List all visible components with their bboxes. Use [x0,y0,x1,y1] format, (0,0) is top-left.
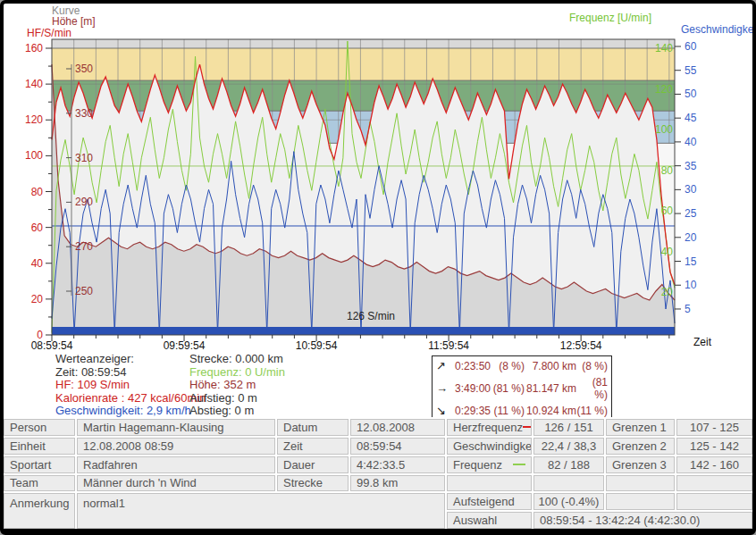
einheit-label: Einheit [4,438,75,455]
grenzen1-value: 107 - 125 [676,419,752,436]
axis-tick-label: 30 [685,183,697,196]
empty-cell [676,475,752,492]
axis-tick-label: 40 [31,257,44,270]
empty-cell [606,493,675,510]
frequenz-value: 82 / 188 [533,456,604,473]
flat-time: 3:49:00 [449,382,491,395]
axis-tick-label: 10 [685,279,697,291]
time-axis-title: Zeit [693,336,711,348]
person-label: Person [4,419,75,436]
grenzen3-label: Grenzen 3 [606,456,675,473]
axis-tick-label: 40 [685,136,697,148]
axis-tick-label: 10:59:54 [296,339,338,352]
datum-label: Datum [277,419,349,436]
axis-tick-label: 12:59:54 [560,339,602,352]
herzfrequenz-value: 126 / 151 [533,419,604,436]
cursor-descent: Abstieg: 0 m [189,405,285,418]
axis-tick-label: 08:59:54 [31,339,73,352]
axis-tick-label: 20 [685,231,697,244]
cursor-distance: Strecke: 0.000 km [189,353,285,366]
axis-tick-label: 120 [655,83,673,96]
axis-tick-label: 60 [685,40,697,53]
sportart-value: Radfahren [77,456,275,473]
axis-tick-label: 140 [25,78,43,90]
axis-tick-label: 20 [31,293,44,305]
cursor-cadence: Frequenz: 0 U/min [189,366,285,380]
empty-cell [447,475,532,492]
training-analysis-window: 2502702903103303502040608010012014002040… [0,0,756,535]
auswahl-label: Auswahl [447,512,532,529]
axis-tick-label: 80 [31,186,44,198]
cursor-speed: Geschwindigkeit: 2,9 km/h [55,405,206,418]
empty-cell [676,493,752,510]
axis-tick-label: 140 [655,42,673,54]
zeit-value: 08:59:54 [350,438,445,455]
dauer-value: 4:42:33.5 [350,456,445,473]
heart-rate-legend-dash-icon [523,426,532,428]
cursor-altitude: Höhe: 352 m [189,379,285,392]
axis-tick-label: 5 [685,303,691,315]
axis-tick-label: 60 [31,222,44,234]
auswahl-value: 08:59:54 - 13:42:24 (4:42:30.0) [533,512,752,529]
descent-time: 0:29:35 [449,405,491,417]
flat-distance: 81.147 km [525,382,576,395]
gradient-stats-box: ↗ 0:23:50 (8 %) 7.800 km (8 %) → 3:49:00… [432,355,612,421]
strecke-value: 99.8 km [350,475,445,492]
cursor-ascent: Aufstieg: 0 m [189,392,285,405]
axis-tick-label: 35 [685,160,697,172]
altitude-axis-title: Höhe [m] [52,15,96,28]
geschwindigkeit-label-text: Geschwindigkeit [453,439,532,453]
team-value: Männer durch 'n Wind [77,475,275,492]
axis-tick-label: 45 [685,112,697,124]
axis-tick-label: 11:59:54 [428,339,469,352]
axis-tick-label: 55 [685,64,697,77]
cursor-heart-rate: HF: 109 S/min [55,379,206,392]
frequenz-label-text: Frequenz [453,458,502,472]
geschwindigkeit-value: 22,4 / 38,3 [533,438,604,455]
empty-cell [533,475,604,492]
axis-tick-label: 20 [661,286,674,298]
axis-tick-label: 60 [661,205,674,217]
aufsteigend-label: Aufsteigend [447,493,532,510]
axis-tick-label: 120 [25,113,43,126]
summary-table: Person Martin Hagemann-Klausing Datum 12… [4,417,752,529]
value-indicator-block-2: Strecke: 0.000 km Frequenz: 0 U/min Höhe… [189,353,285,418]
axis-tick-label: 350 [75,63,93,75]
empty-cell [606,475,675,492]
frequenz-label: Frequenz [447,456,532,473]
datum-value: 12.08.2008 [350,419,445,436]
axis-tick-label: 09:59:54 [164,339,206,352]
cadence-legend-dash-icon [513,464,525,465]
heart-rate-axis-title: HF/S/min [27,27,71,39]
herzfrequenz-label: Herzfrequenz [447,419,532,436]
cursor-calorie-rate: Kalorienrate : 427 kcal/60min [55,392,206,405]
ascent-time: 0:23:50 [449,360,491,372]
anmerkung-value: normal1 [77,493,445,529]
flat-distance-pct: (81 %) [576,376,608,401]
speed-baseline-bar [52,327,675,335]
training-curve-chart[interactable]: 2502702903103303502040608010012014002040… [4,4,752,354]
grenzen2-value: 125 - 142 [676,438,752,455]
axis-tick-label: 250 [75,285,93,297]
axis-tick-label: 100 [25,149,43,162]
grenzen1-label: Grenzen 1 [606,419,675,436]
descent-distance-pct: (11 %) [576,405,608,417]
axis-tick-label: 50 [685,88,697,100]
axis-tick-label: 15 [685,255,697,268]
cadence-axis-title: Frequenz [U/min] [569,12,651,24]
geschwindigkeit-label: Geschwindigkeit [447,438,532,455]
axis-tick-label: 290 [75,196,93,208]
person-value: Martin Hagemann-Klausing [77,419,275,436]
arrow-right-icon: → [436,383,449,394]
value-indicator-block: Werteanzeiger: Zeit: 08:59:54 HF: 109 S/… [55,353,206,418]
grenzen2-label: Grenzen 2 [606,438,675,455]
zeit-label: Zeit [277,438,349,455]
avg-heart-rate-annotation: 126 S/min [347,310,395,322]
axis-tick-label: 40 [661,246,674,258]
speed-axis-title: Geschwindigkeit [km/h] [681,23,756,36]
ascent-distance-pct: (8 %) [576,360,608,372]
axis-tick-label: 160 [25,42,43,54]
ascent-time-pct: (8 %) [491,360,525,372]
value-indicator-title: Werteanzeiger: [55,353,206,366]
arrow-up-right-icon: ↗ [436,361,449,372]
